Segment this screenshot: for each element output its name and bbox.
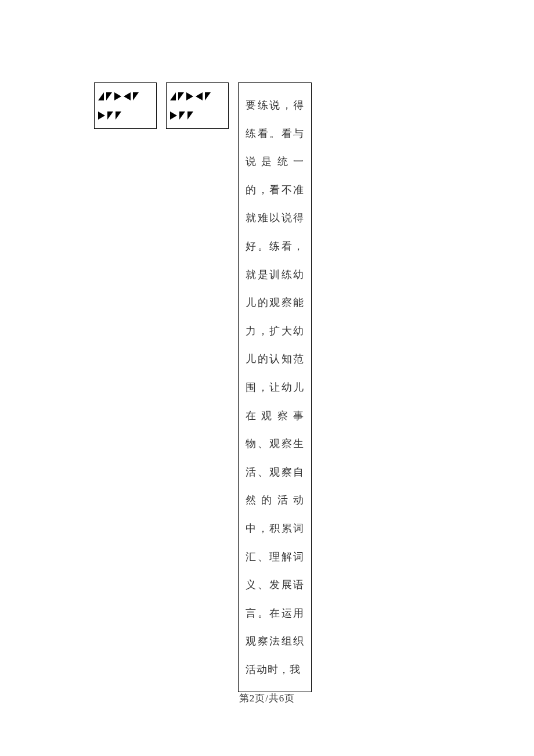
glyph-shape [170, 111, 177, 120]
glyph-box-2 [166, 82, 229, 129]
glyph-shape [170, 92, 176, 100]
glyph-shape [187, 111, 193, 120]
glyph-box-1 [94, 82, 157, 129]
glyph-shape [98, 92, 104, 100]
glyph-shape [186, 92, 193, 100]
glyph-row [98, 111, 153, 120]
glyph-row [98, 92, 153, 100]
glyph-shape [114, 92, 121, 100]
text-box: 要练说，得练看。看与说是统一的，看不准就难以说得好。练看，就是训练幼儿的观察能力… [238, 82, 312, 692]
glyph-shape [107, 111, 113, 120]
glyph-shape [178, 92, 184, 100]
glyph-shape [179, 111, 185, 120]
glyph-shape [116, 111, 121, 120]
glyph-shape [205, 92, 211, 100]
page-content: 要练说，得练看。看与说是统一的，看不准就难以说得好。练看，就是训练幼儿的观察能力… [0, 0, 534, 692]
glyph-row [170, 92, 225, 100]
glyph-shape [124, 92, 131, 100]
page-footer: 第2页/共6页 [0, 692, 534, 705]
glyph-shape [106, 92, 112, 100]
glyph-row [170, 111, 225, 120]
glyph-shape [98, 111, 105, 120]
glyph-shape [133, 92, 139, 100]
glyph-shape [196, 92, 203, 100]
